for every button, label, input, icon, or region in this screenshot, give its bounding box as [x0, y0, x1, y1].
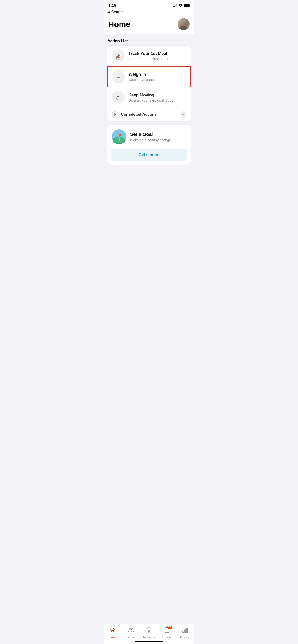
- action-item-weigh-in[interactable]: Weigh In Step on your scale: [107, 66, 191, 88]
- svg-point-10: [114, 137, 125, 143]
- goal-card: Set a Goal Kickstart a healthy change Ge…: [107, 125, 191, 164]
- steps-icon: [114, 94, 122, 101]
- goal-subtitle: Kickstart a healthy change: [130, 138, 186, 142]
- get-started-button[interactable]: Get started: [111, 149, 187, 161]
- goal-icon: [112, 129, 127, 144]
- completed-count-badge: 0: [112, 111, 118, 118]
- action-list-section: Action List Track Your 1st Meal Start a …: [107, 39, 191, 121]
- back-nav[interactable]: ◀ Search: [104, 9, 194, 16]
- battery-icon: [184, 4, 190, 7]
- action-subtitle-weigh-in: Step on your scale: [129, 78, 186, 82]
- goal-title: Set a Goal: [130, 132, 186, 137]
- action-list-card: Track Your 1st Meal Start a food-trackin…: [107, 46, 191, 121]
- scale-icon: [115, 73, 122, 80]
- goal-icon-wrap: [112, 129, 127, 144]
- status-icons: [173, 4, 190, 8]
- action-list-label: Action List: [107, 39, 191, 43]
- action-subtitle-keep-moving: Go after your step goal: 7500: [128, 98, 186, 102]
- expand-completed-icon[interactable]: [180, 111, 186, 118]
- page-title: Home: [108, 20, 130, 29]
- wifi-icon: [178, 4, 183, 8]
- action-title-track-meal: Track Your 1st Meal: [128, 51, 186, 56]
- action-text-weigh-in: Weigh In Step on your scale: [129, 72, 186, 82]
- signal-icon: [173, 4, 177, 7]
- completed-actions-row[interactable]: 0 Completed Actions: [107, 108, 191, 121]
- svg-rect-1: [117, 57, 120, 58]
- avatar-image: [178, 18, 190, 30]
- goal-text: Set a Goal Kickstart a healthy change: [130, 132, 186, 142]
- bottom-spacer: [107, 168, 191, 192]
- back-chevron-icon: ◀: [107, 10, 110, 14]
- goal-card-content: Set a Goal Kickstart a healthy change: [107, 125, 191, 149]
- meal-icon-wrap: [112, 50, 125, 62]
- back-label: Search: [111, 10, 124, 14]
- action-text-track-meal: Track Your 1st Meal Start a food-trackin…: [128, 51, 186, 61]
- completed-label: Completed Actions: [121, 112, 177, 117]
- avatar[interactable]: [178, 18, 190, 30]
- meal-icon: [114, 52, 122, 60]
- action-title-weigh-in: Weigh In: [129, 72, 186, 77]
- action-subtitle-track-meal: Start a food-tracking habit.: [128, 57, 186, 61]
- action-title-keep-moving: Keep Moving: [128, 93, 186, 98]
- action-text-keep-moving: Keep Moving Go after your step goal: 750…: [128, 93, 186, 102]
- action-item-track-meal[interactable]: Track Your 1st Meal Start a food-trackin…: [107, 46, 191, 66]
- scale-icon-wrap: [112, 70, 125, 83]
- status-bar: 1:18: [104, 0, 194, 9]
- steps-icon-wrap: [112, 91, 125, 104]
- main-content: Action List Track Your 1st Meal Start a …: [104, 34, 194, 196]
- status-time: 1:18: [108, 3, 116, 8]
- action-item-keep-moving[interactable]: Keep Moving Go after your step goal: 750…: [107, 87, 191, 108]
- header: Home: [104, 16, 194, 34]
